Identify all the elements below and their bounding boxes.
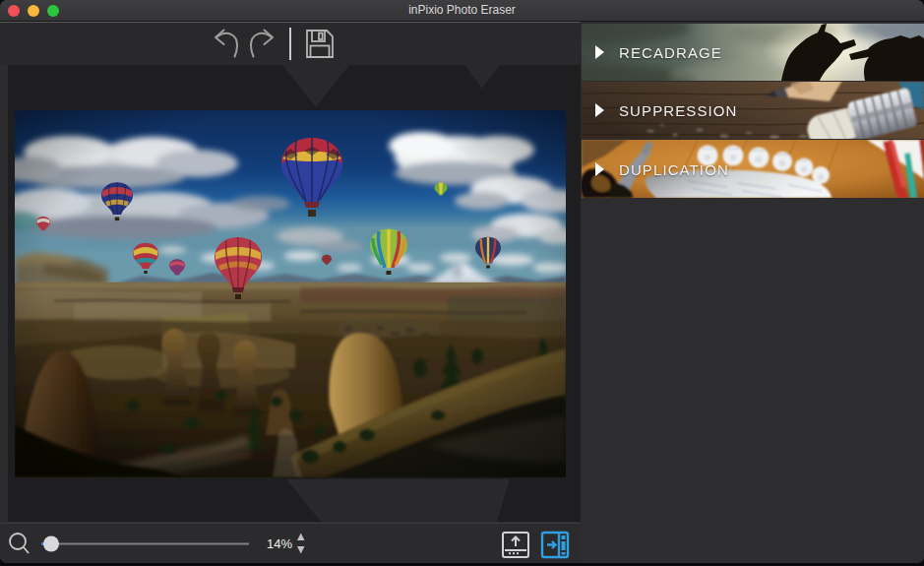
svg-text:14%: 14%	[267, 536, 292, 551]
